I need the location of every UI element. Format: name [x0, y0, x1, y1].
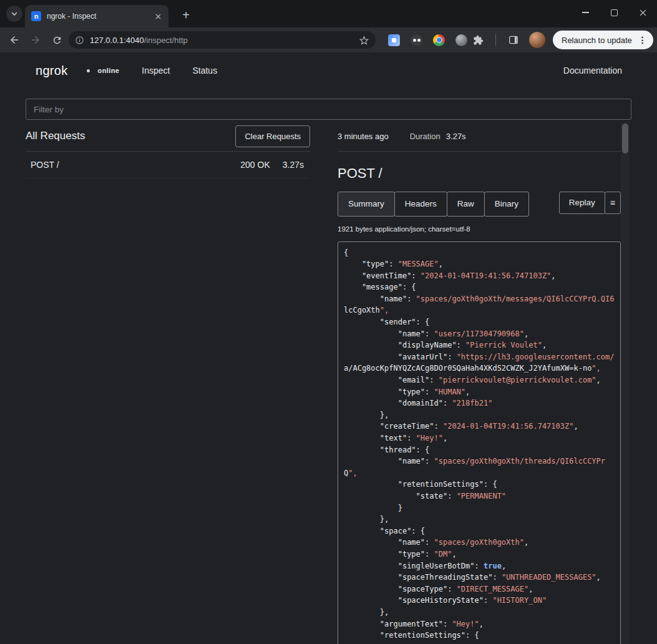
replay-button-group: Replay ≡ [559, 192, 621, 214]
toolbar-separator [495, 34, 496, 46]
request-method-path: POST / [31, 160, 59, 170]
ngrok-logo[interactable]: ngrok [36, 64, 68, 78]
back-button[interactable] [4, 29, 25, 51]
tab-strip: n ngrok - Inspect + [0, 0, 657, 27]
request-duration: 3.27s [283, 160, 304, 170]
extensions-puzzle-icon[interactable] [467, 29, 489, 51]
online-status-dot [87, 69, 90, 72]
request-result: 200 OK 3.27s [240, 160, 304, 170]
chrome-menu-kebab-icon[interactable]: ⋮ [637, 35, 648, 45]
requests-panel: All Requests Clear Requests POST / 200 O… [26, 124, 310, 178]
online-status-label: online [98, 67, 120, 74]
site-info-icon[interactable] [75, 36, 84, 45]
new-tab-button[interactable]: + [177, 6, 195, 24]
back-arrow-icon [9, 34, 20, 46]
scrollbar-thumb[interactable] [622, 124, 628, 154]
request-meta-row: 3 minutes ago Duration3.27s [338, 124, 621, 149]
replay-options-button[interactable]: ≡ [605, 192, 621, 214]
chevron-down-icon [11, 10, 18, 17]
request-detail-title: POST / [338, 165, 621, 182]
url-text: 127.0.0.1:4040/inspect/http [90, 36, 359, 45]
scrollbar-track[interactable] [621, 122, 630, 644]
chrome-logo-icon[interactable] [433, 34, 445, 46]
tab-title: ngrok - Inspect [47, 12, 152, 21]
requests-panel-header: All Requests Clear Requests [26, 124, 310, 149]
divider [338, 151, 621, 152]
filter-input[interactable] [26, 99, 631, 120]
reload-button[interactable] [46, 29, 67, 51]
request-status: 200 OK [240, 160, 270, 170]
ngrok-header: ngrok online Inspect Status Documentatio… [0, 52, 657, 89]
browser-tab[interactable]: n ngrok - Inspect [25, 5, 168, 27]
ngrok-inspect-page: ngrok online Inspect Status Documentatio… [0, 52, 657, 644]
sphere-extension-icon[interactable] [455, 34, 467, 46]
address-bar[interactable]: 127.0.0.1:4040/inspect/http [69, 31, 376, 49]
detail-tabs: Summary Headers Raw Binary Replay ≡ [338, 192, 621, 217]
menu-lines-icon: ≡ [610, 198, 615, 208]
tab-raw[interactable]: Raw [447, 192, 485, 217]
content-meta: 1921 bytes application/json; charset=utf… [338, 225, 621, 233]
minimize-button[interactable] [571, 0, 600, 25]
minimize-icon [582, 12, 589, 13]
maximize-button[interactable] [600, 0, 628, 25]
forward-button[interactable] [25, 29, 46, 51]
profile-avatar[interactable] [529, 32, 545, 48]
url-path: /inspect/http [144, 36, 188, 45]
close-window-button[interactable] [628, 0, 657, 25]
nav-inspect-link[interactable]: Inspect [142, 66, 170, 76]
goggles-extension-icon[interactable] [411, 34, 422, 46]
clear-requests-button[interactable]: Clear Requests [235, 125, 310, 147]
duration-label: Duration [410, 132, 440, 141]
extension-icons [388, 34, 467, 46]
browser-toolbar: 127.0.0.1:4040/inspect/http Relaunch to … [0, 27, 657, 52]
request-body-box: { "type": "MESSAGE", "eventTime": "2024-… [338, 242, 621, 644]
browser-window: n ngrok - Inspect + [0, 0, 657, 644]
request-body: { "type": "MESSAGE", "eventTime": "2024-… [344, 247, 615, 642]
tab-search-button[interactable] [6, 6, 22, 22]
forward-arrow-icon [30, 34, 41, 46]
request-list-item[interactable]: POST / 200 OK 3.27s [26, 152, 310, 178]
replay-button[interactable]: Replay [559, 192, 605, 214]
plus-icon: + [182, 8, 190, 22]
nav-status-link[interactable]: Status [192, 66, 217, 76]
tab-summary[interactable]: Summary [338, 192, 395, 217]
request-detail-panel: 3 minutes ago Duration3.27s POST / Summa… [338, 124, 621, 644]
close-icon [155, 14, 161, 19]
tab-headers[interactable]: Headers [394, 192, 447, 217]
relaunch-label: Relaunch to update [562, 36, 632, 45]
request-time-ago: 3 minutes ago [338, 132, 389, 141]
all-requests-title: All Requests [26, 130, 85, 142]
request-duration-meta: Duration3.27s [410, 132, 466, 141]
media-extension-icon[interactable] [388, 34, 400, 46]
relaunch-to-update-button[interactable]: Relaunch to update ⋮ [553, 31, 653, 49]
maximize-icon [611, 9, 618, 16]
reload-icon [52, 35, 62, 46]
ngrok-favicon: n [31, 11, 41, 21]
close-icon [640, 9, 646, 16]
duration-value: 3.27s [446, 132, 466, 141]
tab-close-button[interactable] [152, 11, 163, 22]
nav-documentation-link[interactable]: Documentation [563, 66, 622, 76]
tab-binary[interactable]: Binary [484, 192, 529, 217]
url-host: 127.0.0.1:4040 [90, 36, 144, 45]
window-controls [571, 0, 657, 25]
side-panel-icon[interactable] [503, 29, 524, 51]
bookmark-star-icon[interactable] [359, 35, 369, 46]
